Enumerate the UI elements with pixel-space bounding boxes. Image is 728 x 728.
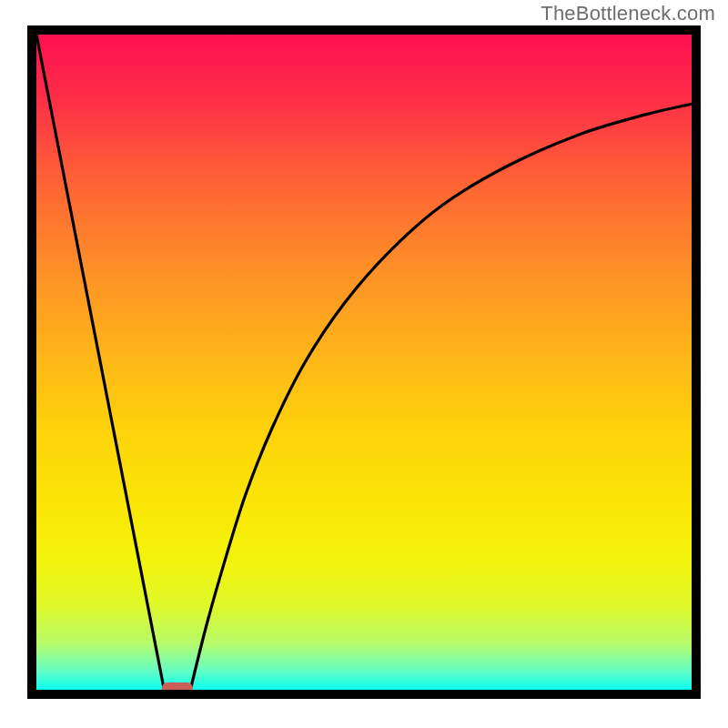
curve-left-segment (36, 35, 164, 690)
curve-right-segment (190, 104, 692, 690)
watermark-text: TheBottleneck.com (541, 2, 715, 25)
bottleneck-curve-plot (36, 35, 692, 690)
minimum-marker (162, 682, 193, 690)
